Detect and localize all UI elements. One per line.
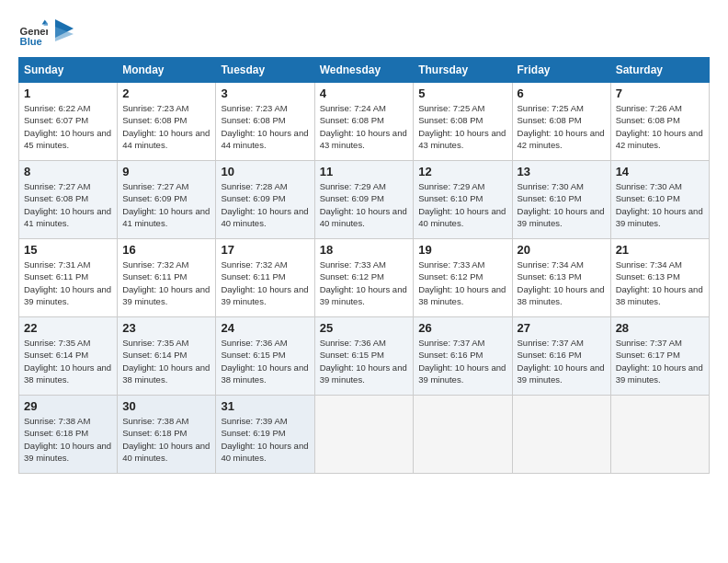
day-number: 8: [24, 165, 112, 178]
calendar-day-29: 29 Sunrise: 7:38 AMSunset: 6:18 PMDaylig…: [19, 396, 118, 474]
day-number: 23: [122, 321, 210, 335]
day-of-week-saturday: Saturday: [610, 58, 709, 83]
day-info: Sunrise: 7:31 AMSunset: 6:11 PMDaylight:…: [24, 259, 111, 306]
calendar-day-19: 19 Sunrise: 7:33 AMSunset: 6:12 PMDaylig…: [414, 239, 512, 317]
calendar-day-11: 11 Sunrise: 7:29 AMSunset: 6:09 PMDaylig…: [314, 161, 414, 239]
day-number: 13: [518, 165, 606, 178]
day-info: Sunrise: 7:34 AMSunset: 6:13 PMDaylight:…: [518, 259, 605, 306]
day-info: Sunrise: 7:32 AMSunset: 6:11 PMDaylight:…: [221, 259, 308, 306]
day-info: Sunrise: 7:25 AMSunset: 6:08 PMDaylight:…: [418, 103, 506, 150]
day-number: 14: [616, 165, 704, 178]
day-info: Sunrise: 7:23 AMSunset: 6:08 PMDaylight:…: [221, 103, 308, 150]
day-info: Sunrise: 7:26 AMSunset: 6:08 PMDaylight:…: [616, 103, 703, 150]
calendar-day-2: 2 Sunrise: 7:23 AMSunset: 6:08 PMDayligh…: [118, 83, 216, 161]
day-info: Sunrise: 6:22 AMSunset: 6:07 PMDaylight:…: [24, 103, 111, 150]
day-info: Sunrise: 7:36 AMSunset: 6:15 PMDaylight:…: [320, 338, 407, 385]
logo-icon: General Blue: [18, 18, 48, 48]
day-number: 22: [24, 321, 112, 335]
calendar-day-26: 26 Sunrise: 7:37 AMSunset: 6:16 PMDaylig…: [414, 317, 512, 396]
calendar-day-18: 18 Sunrise: 7:33 AMSunset: 6:12 PMDaylig…: [314, 239, 414, 317]
calendar-day-27: 27 Sunrise: 7:37 AMSunset: 6:16 PMDaylig…: [512, 317, 610, 396]
logo: General Blue: [18, 18, 74, 48]
svg-text:Blue: Blue: [20, 36, 42, 47]
calendar-day-30: 30 Sunrise: 7:38 AMSunset: 6:18 PMDaylig…: [118, 396, 216, 474]
day-number: 7: [616, 86, 704, 100]
day-number: 26: [418, 321, 506, 335]
calendar-day-10: 10 Sunrise: 7:28 AMSunset: 6:09 PMDaylig…: [216, 161, 314, 239]
calendar-week-1: 1 Sunrise: 6:22 AMSunset: 6:07 PMDayligh…: [19, 83, 710, 161]
calendar-day-17: 17 Sunrise: 7:32 AMSunset: 6:11 PMDaylig…: [216, 239, 314, 317]
day-number: 21: [616, 243, 704, 257]
day-number: 27: [518, 321, 606, 335]
calendar-day-1: 1 Sunrise: 6:22 AMSunset: 6:07 PMDayligh…: [19, 83, 118, 161]
day-number: 24: [221, 321, 309, 335]
day-number: 4: [320, 86, 409, 100]
day-number: 1: [24, 86, 112, 100]
day-number: 19: [418, 243, 506, 257]
day-info: Sunrise: 7:30 AMSunset: 6:10 PMDaylight:…: [518, 181, 605, 228]
calendar-day-15: 15 Sunrise: 7:31 AMSunset: 6:11 PMDaylig…: [19, 239, 118, 317]
day-info: Sunrise: 7:23 AMSunset: 6:08 PMDaylight:…: [122, 103, 210, 150]
day-info: Sunrise: 7:39 AMSunset: 6:19 PMDaylight:…: [221, 416, 308, 463]
day-info: Sunrise: 7:33 AMSunset: 6:12 PMDaylight:…: [320, 259, 407, 306]
day-number: 10: [221, 165, 309, 178]
day-info: Sunrise: 7:35 AMSunset: 6:14 PMDaylight:…: [122, 338, 210, 385]
logo-arrow-icon: [55, 19, 74, 47]
day-info: Sunrise: 7:25 AMSunset: 6:08 PMDaylight:…: [518, 103, 605, 150]
calendar-day-14: 14 Sunrise: 7:30 AMSunset: 6:10 PMDaylig…: [610, 161, 709, 239]
calendar-day-5: 5 Sunrise: 7:25 AMSunset: 6:08 PMDayligh…: [414, 83, 512, 161]
day-number: 29: [24, 399, 112, 413]
day-info: Sunrise: 7:37 AMSunset: 6:16 PMDaylight:…: [418, 338, 506, 385]
day-info: Sunrise: 7:37 AMSunset: 6:16 PMDaylight:…: [518, 338, 605, 385]
day-of-week-sunday: Sunday: [19, 58, 118, 83]
svg-text:General: General: [20, 26, 48, 37]
day-number: 16: [122, 243, 210, 257]
calendar-day-9: 9 Sunrise: 7:27 AMSunset: 6:09 PMDayligh…: [118, 161, 216, 239]
day-of-week-friday: Friday: [512, 58, 610, 83]
calendar-day-8: 8 Sunrise: 7:27 AMSunset: 6:08 PMDayligh…: [19, 161, 118, 239]
day-info: Sunrise: 7:29 AMSunset: 6:10 PMDaylight:…: [418, 181, 506, 228]
calendar-day-6: 6 Sunrise: 7:25 AMSunset: 6:08 PMDayligh…: [512, 83, 610, 161]
calendar-day-16: 16 Sunrise: 7:32 AMSunset: 6:11 PMDaylig…: [118, 239, 216, 317]
day-info: Sunrise: 7:35 AMSunset: 6:14 PMDaylight:…: [24, 338, 111, 385]
day-number: 20: [518, 243, 606, 257]
day-info: Sunrise: 7:32 AMSunset: 6:11 PMDaylight:…: [122, 259, 210, 306]
calendar-week-5: 29 Sunrise: 7:38 AMSunset: 6:18 PMDaylig…: [19, 396, 710, 474]
day-of-week-tuesday: Tuesday: [216, 58, 314, 83]
day-info: Sunrise: 7:38 AMSunset: 6:18 PMDaylight:…: [122, 416, 210, 463]
empty-cell: [414, 396, 512, 474]
day-info: Sunrise: 7:24 AMSunset: 6:08 PMDaylight:…: [320, 103, 407, 150]
empty-cell: [512, 396, 610, 474]
day-number: 15: [24, 243, 112, 257]
day-number: 18: [320, 243, 409, 257]
day-info: Sunrise: 7:27 AMSunset: 6:09 PMDaylight:…: [122, 181, 210, 228]
day-info: Sunrise: 7:34 AMSunset: 6:13 PMDaylight:…: [616, 259, 703, 306]
day-info: Sunrise: 7:28 AMSunset: 6:09 PMDaylight:…: [221, 181, 308, 228]
day-number: 31: [221, 399, 309, 413]
calendar-day-12: 12 Sunrise: 7:29 AMSunset: 6:10 PMDaylig…: [414, 161, 512, 239]
day-info: Sunrise: 7:30 AMSunset: 6:10 PMDaylight:…: [616, 181, 703, 228]
day-of-week-thursday: Thursday: [414, 58, 512, 83]
calendar-day-24: 24 Sunrise: 7:36 AMSunset: 6:15 PMDaylig…: [216, 317, 314, 396]
day-number: 6: [518, 86, 606, 100]
day-number: 30: [122, 399, 210, 413]
day-number: 11: [320, 165, 409, 178]
calendar-day-22: 22 Sunrise: 7:35 AMSunset: 6:14 PMDaylig…: [19, 317, 118, 396]
calendar-table: SundayMondayTuesdayWednesdayThursdayFrid…: [18, 57, 710, 474]
day-info: Sunrise: 7:29 AMSunset: 6:09 PMDaylight:…: [320, 181, 407, 228]
calendar-week-4: 22 Sunrise: 7:35 AMSunset: 6:14 PMDaylig…: [19, 317, 710, 396]
day-number: 17: [221, 243, 309, 257]
calendar-day-21: 21 Sunrise: 7:34 AMSunset: 6:13 PMDaylig…: [610, 239, 709, 317]
calendar-day-20: 20 Sunrise: 7:34 AMSunset: 6:13 PMDaylig…: [512, 239, 610, 317]
day-number: 12: [418, 165, 506, 178]
calendar-day-4: 4 Sunrise: 7:24 AMSunset: 6:08 PMDayligh…: [314, 83, 414, 161]
day-of-week-wednesday: Wednesday: [314, 58, 414, 83]
calendar-day-23: 23 Sunrise: 7:35 AMSunset: 6:14 PMDaylig…: [118, 317, 216, 396]
calendar-day-13: 13 Sunrise: 7:30 AMSunset: 6:10 PMDaylig…: [512, 161, 610, 239]
day-info: Sunrise: 7:37 AMSunset: 6:17 PMDaylight:…: [616, 338, 703, 385]
calendar-day-3: 3 Sunrise: 7:23 AMSunset: 6:08 PMDayligh…: [216, 83, 314, 161]
calendar-week-2: 8 Sunrise: 7:27 AMSunset: 6:08 PMDayligh…: [19, 161, 710, 239]
day-info: Sunrise: 7:33 AMSunset: 6:12 PMDaylight:…: [418, 259, 506, 306]
day-number: 2: [122, 86, 210, 100]
day-number: 25: [320, 321, 409, 335]
